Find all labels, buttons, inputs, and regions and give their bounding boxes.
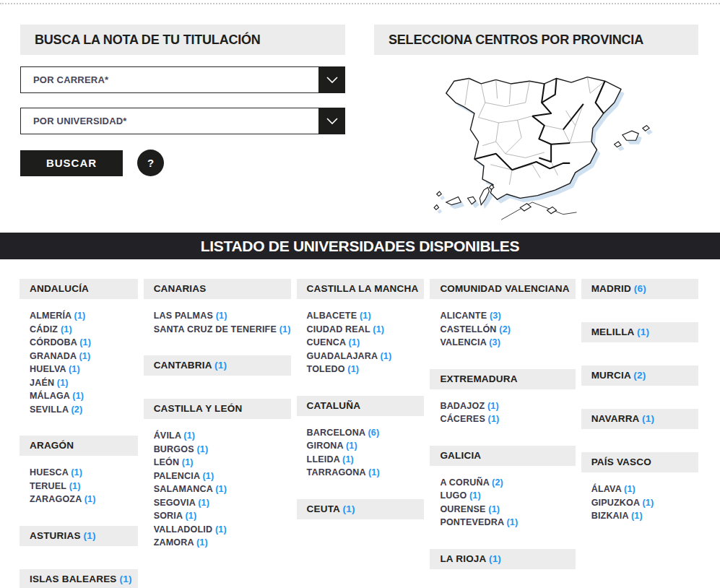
province-name: CÁCERES [440, 414, 485, 424]
province-name: TARRAGONA [307, 467, 366, 477]
province-link[interactable]: GRANADA (1) [30, 350, 138, 363]
province-link[interactable]: GIPUZKOA (1) [591, 496, 698, 510]
province-link[interactable]: GIRONA (1) [307, 439, 425, 453]
province-link[interactable]: A CORUÑA (2) [440, 476, 575, 490]
province-name: GUADALAJARA [307, 351, 378, 361]
region-column-3: CASTILLA LA MANCHAALBACETE (1)CIUDAD REA… [297, 279, 425, 542]
search-panel-title: BUSCA LA NOTA DE TU TITULACIÓN [20, 25, 345, 55]
region-count: (2) [630, 370, 646, 381]
region-header[interactable]: LA RIOJA (1) [430, 549, 575, 569]
province-count: (1) [370, 324, 385, 334]
province-list: ALICANTE (3)CASTELLÓN (2)VALENCIA (3) [440, 309, 575, 350]
province-name: SEGOVIA [154, 498, 196, 508]
province-link[interactable]: ALICANTE (3) [440, 309, 575, 323]
province-link[interactable]: ALMERÍA (1) [30, 309, 138, 323]
province-link[interactable]: BADAJOZ (1) [440, 399, 575, 413]
province-link[interactable]: ZARAGOZA (1) [30, 493, 138, 506]
province-count: (1) [66, 481, 81, 491]
province-name: BARCELONA [307, 428, 365, 438]
province-link[interactable]: TOLEDO (1) [307, 363, 425, 376]
region-header[interactable]: CEUTA (1) [297, 499, 425, 519]
province-count: (1) [343, 441, 357, 451]
province-link[interactable]: ALBACETE (1) [307, 309, 425, 323]
region-name: CASTILLA LA MANCHA [307, 283, 419, 294]
province-link[interactable]: SANTA CRUZ DE TENERIFE (1) [154, 323, 291, 337]
province-link[interactable]: CÁCERES (1) [440, 412, 575, 426]
province-link[interactable]: TARRAGONA (1) [307, 466, 425, 480]
province-name: ALMERÍA [30, 311, 71, 321]
province-name: HUESCA [30, 467, 69, 477]
province-count: (1) [200, 471, 214, 481]
region-header[interactable]: ISLAS BALEARES (1) [19, 569, 138, 588]
region-header[interactable]: ASTURIAS (1) [19, 526, 138, 546]
province-link[interactable]: LLEIDA (1) [307, 453, 425, 467]
province-list: ALMERÍA (1)CÁDIZ (1)CÓRDOBA (1)GRANADA (… [30, 309, 138, 416]
province-link[interactable]: CÁDIZ (1) [30, 323, 138, 337]
province-link[interactable]: SALAMANCA (1) [154, 483, 291, 496]
region-header: EXTREMADURA [430, 369, 575, 389]
province-link[interactable]: MÁLAGA (1) [30, 389, 138, 403]
region-name: COMUNIDAD VALENCIANA [440, 283, 569, 294]
region-name: ASTURIAS [30, 530, 81, 541]
province-list: A CORUÑA (2)LUGO (1)OURENSE (1)PONTEVEDR… [440, 476, 575, 529]
region-count: (6) [631, 283, 646, 294]
province-list: HUESCA (1)TERUEL (1)ZARAGOZA (1) [30, 466, 138, 506]
province-link[interactable]: TERUEL (1) [30, 480, 138, 493]
career-select[interactable]: POR CARRERA* [20, 66, 345, 93]
province-name: ÁLAVA [591, 484, 622, 494]
province-link[interactable]: CUENCA (1) [307, 336, 425, 350]
spain-provinces-map[interactable] [426, 64, 698, 224]
province-count: (1) [54, 378, 69, 388]
province-link[interactable]: HUESCA (1) [30, 466, 138, 480]
search-button[interactable]: BUSCAR [20, 150, 123, 176]
province-link[interactable]: CASTELLÓN (2) [440, 323, 575, 337]
province-name: TERUEL [30, 481, 66, 491]
province-link[interactable]: JAÉN (1) [30, 376, 138, 390]
university-select[interactable]: POR UNIVERSIDAD* [20, 108, 345, 134]
province-link[interactable]: GUADALAJARA (1) [307, 350, 425, 363]
province-count: (1) [66, 364, 80, 374]
province-link[interactable]: BIZKAIA (1) [591, 509, 698, 523]
province-link[interactable]: OURENSE (1) [440, 503, 575, 516]
province-link[interactable]: VALLADOLID (1) [154, 523, 291, 537]
province-name: SEVILLA [30, 405, 69, 415]
page: BUSCA LA NOTA DE TU TITULACIÓN POR CARRE… [0, 0, 720, 588]
province-link[interactable]: SEGOVIA (1) [154, 496, 291, 510]
province-link[interactable]: PALENCIA (1) [154, 470, 291, 483]
province-name: CÓRDOBA [30, 337, 77, 347]
province-count: (1) [194, 537, 208, 548]
province-link[interactable]: CÓRDOBA (1) [30, 336, 138, 350]
help-button[interactable]: ? [137, 150, 164, 176]
province-link[interactable]: LUGO (1) [440, 489, 575, 503]
province-link[interactable]: HUELVA (1) [30, 363, 138, 376]
region-header[interactable]: NAVARRA (1) [581, 409, 698, 429]
region-name: CEUTA [307, 503, 340, 514]
province-link[interactable]: BARCELONA (6) [307, 426, 425, 440]
province-link[interactable]: ÁVILA (1) [154, 429, 291, 443]
chevron-down-icon[interactable] [318, 108, 345, 134]
region-name: ANDALUCÍA [30, 283, 89, 294]
region-header[interactable]: MELILLA (1) [581, 322, 698, 342]
chevron-down-icon[interactable] [318, 66, 345, 93]
region-header: CASTILLA Y LEÓN [144, 399, 291, 419]
province-link[interactable]: CIUDAD REAL (1) [307, 323, 425, 337]
region-header[interactable]: CANTABRIA (1) [144, 355, 291, 376]
province-count: (2) [497, 324, 511, 334]
search-panel: BUSCA LA NOTA DE TU TITULACIÓN POR CARRE… [20, 25, 345, 224]
region-header[interactable]: MURCIA (2) [581, 366, 698, 386]
province-count: (1) [181, 431, 196, 441]
province-link[interactable]: VALENCIA (3) [440, 336, 575, 350]
province-link[interactable]: BURGOS (1) [154, 443, 291, 457]
province-link[interactable]: SEVILLA (2) [30, 403, 138, 417]
province-name: SALAMANCA [154, 484, 213, 494]
province-link[interactable]: LEÓN (1) [154, 456, 291, 470]
province-count: (1) [365, 467, 380, 477]
province-link[interactable]: SORIA (1) [154, 509, 291, 523]
province-link[interactable]: ZAMORA (1) [154, 536, 291, 550]
province-list: LAS PALMAS (1)SANTA CRUZ DE TENERIFE (1) [154, 309, 291, 336]
province-link[interactable]: LAS PALMAS (1) [154, 309, 291, 323]
region-name: ARAGÓN [30, 440, 74, 451]
province-link[interactable]: ÁLAVA (1) [591, 483, 698, 496]
region-header[interactable]: MADRID (6) [581, 279, 698, 299]
province-link[interactable]: PONTEVEDRA (1) [440, 516, 575, 529]
